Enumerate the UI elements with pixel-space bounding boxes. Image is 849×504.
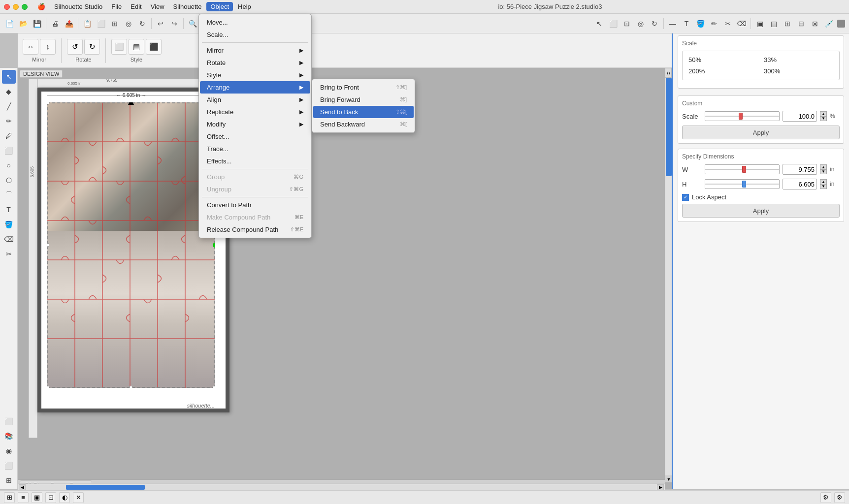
hscroll-left-btn[interactable]: ◀ [19,484,26,490]
menu-file[interactable]: File [107,2,126,11]
hscroll-right-btn[interactable]: ▶ [657,484,664,490]
hscroll-thumb[interactable] [66,485,145,490]
toolbar-send[interactable]: 📤 [63,17,75,30]
h-step-down[interactable]: ▼ [820,184,827,189]
menu-apple[interactable]: 🍎 [33,2,49,11]
status-release-btn[interactable]: ✕ [73,492,84,503]
submenu-send-backward[interactable]: Send Backward ⌘[ [313,118,414,130]
vscroll-thumb[interactable] [666,78,672,176]
mirror-v-btn[interactable]: ↕ [40,39,56,55]
menu-group[interactable]: Group ⌘G [200,171,310,183]
apply-scale-button[interactable]: Apply [682,126,840,139]
toolbar-grid[interactable]: ⊞ [108,17,121,30]
toolbar-new[interactable]: 📄 [3,17,16,30]
toolbar-pointer-r[interactable]: ↖ [593,17,606,30]
toolbar-fill-r[interactable]: 🪣 [694,17,707,30]
toolbar-rotate2[interactable]: ↻ [136,17,149,30]
scale-step-up[interactable]: ▲ [820,111,827,116]
preset-300[interactable]: 300% [762,66,835,76]
toolbar-redo[interactable]: ↪ [168,17,181,30]
toolbar-line-r[interactable]: — [666,17,679,30]
menu-make-compound[interactable]: Make Compound Path ⌘E [200,211,310,223]
status-align-btn[interactable]: ≡ [18,492,29,503]
toolbar-select-r[interactable]: ⬜ [607,17,620,30]
menu-effects[interactable]: Effects... [200,155,310,167]
menu-scale[interactable]: Scale... [200,29,310,41]
menu-modify[interactable]: Modify ▶ [200,118,310,130]
apply-dimensions-button[interactable]: Apply [682,204,840,218]
toolbar-eyedrop[interactable]: 💉 [822,17,835,30]
menu-align[interactable]: Align ▶ [200,94,310,106]
toolbar-undo[interactable]: ↩ [154,17,167,30]
submenu-send-back[interactable]: Send to Back ⇧⌘[ [313,106,414,118]
menu-release-compound[interactable]: Release Compound Path ⇧⌘E [200,223,310,236]
submenu-bring-forward[interactable]: Bring Forward ⌘] [313,94,414,106]
h-step-up[interactable]: ▲ [820,179,827,184]
w-slider[interactable] [705,164,780,174]
style-btn2[interactable]: ▤ [129,39,144,55]
style-btn1[interactable]: ⬜ [111,39,127,55]
menu-style[interactable]: Style ▶ [200,69,310,81]
scale-input[interactable] [783,111,817,122]
menu-help[interactable]: Help [234,2,255,11]
tool-ellipse[interactable]: ○ [2,158,16,172]
preset-50[interactable]: 50% [686,55,760,64]
w-input[interactable] [783,164,817,175]
menu-silhouette[interactable]: Silhouette [169,2,206,11]
toolbar-panel4[interactable]: ⊟ [795,17,808,30]
preferences-btn[interactable]: ⚙ [834,492,845,503]
vscroll-down-btn[interactable]: ▼ [665,475,672,482]
toolbar-panel1[interactable]: ▣ [753,17,766,30]
toolbar-print[interactable]: 🖨 [49,17,62,30]
scale-slider[interactable] [705,111,780,121]
scale-step-down[interactable]: ▼ [820,116,827,121]
menu-arrange[interactable]: Arrange ▶ [200,81,310,94]
tool-trace2[interactable]: ◉ [2,444,16,458]
w-stepper[interactable]: ▲ ▼ [820,164,827,174]
tool-calligraphy[interactable]: 🖊 [2,129,16,143]
submenu-bring-front[interactable]: Bring to Front ⇧⌘] [313,81,414,94]
menu-move[interactable]: Move... [200,16,310,29]
toolbar-stroke-r[interactable]: ✏ [708,17,720,30]
menu-replicate[interactable]: Replicate ▶ [200,106,310,118]
toolbar-panel3[interactable]: ⊞ [781,17,794,30]
h-slider[interactable] [705,179,780,189]
maximize-button[interactable] [22,4,28,10]
tool-curve[interactable]: ⌒ [2,188,16,202]
rotate-ccw-btn[interactable]: ↺ [67,39,83,55]
status-ungroup-btn[interactable]: ⊡ [45,492,56,503]
tool-node[interactable]: ◆ [2,85,16,98]
settings-btn[interactable]: ⚙ [820,492,831,503]
preset-33[interactable]: 33% [762,55,835,64]
tool-grid2[interactable]: ⊞ [2,473,16,487]
toolbar-panel2[interactable]: ▤ [767,17,780,30]
preset-200[interactable]: 200% [686,66,760,76]
menu-app-name[interactable]: Silhouette Studio [50,2,106,11]
tool-page2[interactable]: ⬜ [2,459,16,472]
toolbar-snap-r[interactable]: ◎ [634,17,647,30]
h-stepper[interactable]: ▲ ▼ [820,179,827,189]
menu-offset[interactable]: Offset... [200,130,310,143]
h-input[interactable] [783,179,817,189]
expand-panel-btn[interactable]: ⟩⟩ [665,68,672,78]
toolbar-save[interactable]: 💾 [31,17,43,30]
menu-object[interactable]: Object [206,2,233,11]
tool-pointer[interactable]: ↖ [2,70,16,84]
tool-polygon[interactable]: ⬡ [2,173,16,187]
minimize-button[interactable] [13,4,19,10]
toolbar-color[interactable] [837,20,845,28]
toolbar-lasso-r[interactable]: ⊡ [620,17,633,30]
toolbar-text-r[interactable]: T [680,17,693,30]
menu-convert-path[interactable]: Convert to Path [200,199,310,211]
tool-library[interactable]: 📚 [2,429,16,443]
toolbar-knife-r[interactable]: ✂ [721,17,734,30]
status-compound-btn[interactable]: ◐ [59,492,70,503]
mirror-h-btn[interactable]: ↔ [23,39,38,55]
toolbar-page[interactable]: 📋 [81,17,94,30]
close-button[interactable] [4,4,10,10]
lock-aspect-checkbox[interactable]: ✓ [682,194,689,201]
tool-fill[interactable]: 🪣 [2,218,16,231]
tool-text[interactable]: T [2,203,16,217]
w-step-down[interactable]: ▼ [820,169,827,174]
tool-knife[interactable]: ✂ [2,247,16,261]
